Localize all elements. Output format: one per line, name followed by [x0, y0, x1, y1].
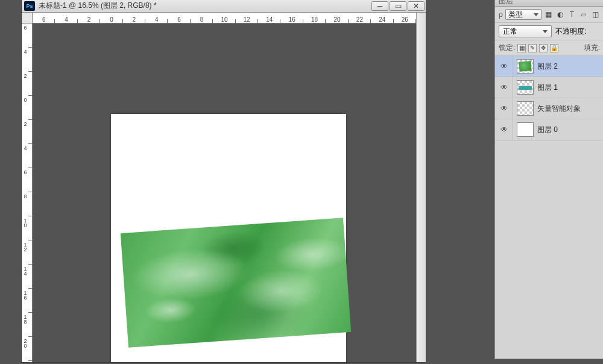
ruler-tick: 4	[145, 16, 168, 23]
fill-label: 填充:	[584, 43, 600, 53]
ruler-tick: 2	[123, 16, 145, 23]
ruler-tick: 14	[22, 265, 32, 289]
layer-filter-row: ρ 类型 ▦ ◐ T ▱ ◫	[495, 7, 603, 23]
ruler-tick: 10	[213, 16, 235, 23]
ruler-tick: 4	[22, 144, 32, 168]
lock-fill-row: 锁定: ▦ ✎ ✥ 🔒 填充:	[495, 40, 603, 56]
blend-opacity-row: 正常 不透明度:	[495, 23, 603, 40]
image-filter-icon[interactable]: ▦	[544, 10, 553, 19]
title-left: Ps 未标题-1 @ 16.5% (图层 2, RGB/8) *	[22, 1, 157, 11]
adjust-filter-icon[interactable]: ◐	[555, 10, 564, 19]
layer-row[interactable]: 👁图层 0	[495, 119, 603, 140]
chevron-down-icon	[534, 13, 538, 16]
ruler-tick: 0	[22, 96, 32, 120]
vertical-scrollbar[interactable]	[416, 13, 426, 362]
filter-type-select[interactable]: 类型	[505, 9, 541, 20]
opacity-label: 不透明度:	[555, 27, 586, 37]
layer-thumbnail	[517, 80, 534, 95]
layer-row[interactable]: 👁矢量智能对象	[495, 98, 603, 119]
ruler-tick: 18	[22, 313, 32, 337]
lock-transparent-icon[interactable]: ▦	[517, 44, 526, 52]
ruler-tick: 16	[22, 289, 32, 313]
horizontal-ruler[interactable]: 64202468101214161820222426	[33, 13, 416, 24]
ruler-tick: 2	[22, 120, 32, 144]
chevron-down-icon	[543, 30, 548, 33]
ruler-tick: 12	[22, 240, 32, 265]
vertical-ruler[interactable]: 64202468101214161820	[22, 24, 33, 362]
titlebar: Ps 未标题-1 @ 16.5% (图层 2, RGB/8) * ─ ▭ ✕	[22, 0, 426, 13]
document-title: 未标题-1 @ 16.5% (图层 2, RGB/8) *	[39, 1, 157, 11]
lock-pixel-icon[interactable]: ✎	[528, 44, 537, 52]
ruler-tick: 20	[326, 16, 348, 23]
document-window: Ps 未标题-1 @ 16.5% (图层 2, RGB/8) * ─ ▭ ✕ 6…	[21, 0, 426, 363]
blend-mode-select[interactable]: 正常	[499, 25, 552, 37]
ruler-tick: 6	[33, 16, 55, 23]
ruler-tick: 16	[280, 16, 303, 23]
layer-name: 图层 2	[537, 61, 558, 72]
layer-name: 矢量智能对象	[537, 104, 581, 114]
ruler-tick: 8	[191, 16, 213, 23]
ruler-tick: 8	[22, 192, 32, 216]
maximize-button[interactable]: ▭	[390, 1, 406, 11]
visibility-toggle-icon[interactable]: 👁	[495, 56, 513, 77]
shape-filter-icon[interactable]: ▱	[579, 10, 588, 19]
ruler-corner	[22, 13, 33, 24]
layer-row[interactable]: 👁图层 2	[495, 56, 603, 77]
layer-name: 图层 1	[537, 83, 558, 93]
visibility-toggle-icon[interactable]: 👁	[495, 119, 513, 140]
lock-position-icon[interactable]: ✥	[539, 44, 548, 52]
layer-thumbnail	[517, 122, 534, 137]
window-controls: ─ ▭ ✕	[371, 1, 426, 11]
layer-row[interactable]: 👁图层 1	[495, 77, 603, 98]
layer-name: 图层 0	[537, 125, 558, 135]
ruler-tick: 20	[22, 337, 32, 361]
type-filter-icon[interactable]: T	[567, 10, 576, 19]
ruler-tick: 6	[22, 168, 32, 192]
layer-thumbnail	[517, 101, 534, 116]
ruler-tick: 10	[22, 216, 32, 240]
layer-thumbnail	[517, 59, 534, 74]
close-button[interactable]: ✕	[408, 1, 425, 11]
lock-label: 锁定:	[499, 43, 515, 53]
panel-tab-bar: 图层	[495, 0, 603, 7]
panel-tab-layers[interactable]: 图层	[499, 0, 513, 6]
visibility-toggle-icon[interactable]: 👁	[495, 98, 513, 119]
ruler-tick: 6	[168, 16, 190, 23]
ruler-tick: 0	[100, 16, 122, 23]
ruler-tick: 12	[236, 16, 258, 23]
smart-filter-icon[interactable]: ◫	[591, 10, 600, 19]
ruler-tick: 4	[22, 48, 32, 72]
layers-panel: 图层 ρ 类型 ▦ ◐ T ▱ ◫ 正常 不透明度: 锁定: ▦ ✎ ✥ 🔒 填…	[494, 0, 603, 359]
ruler-tick: 4	[55, 16, 77, 23]
layer-content-marble	[121, 218, 351, 347]
blend-mode-value: 正常	[503, 27, 517, 37]
minimize-button[interactable]: ─	[371, 1, 388, 11]
lock-all-icon[interactable]: 🔒	[550, 44, 558, 52]
app-badge: Ps	[24, 1, 35, 11]
layer-list: 👁图层 2👁图层 1👁矢量智能对象👁图层 0	[495, 56, 603, 140]
visibility-toggle-icon[interactable]: 👁	[495, 77, 513, 98]
ruler-tick: 2	[78, 16, 100, 23]
canvas-area[interactable]	[33, 24, 416, 362]
ruler-tick: 24	[371, 16, 393, 23]
ruler-tick: 22	[349, 16, 371, 23]
ruler-tick: 6	[22, 24, 32, 48]
ruler-tick: 14	[258, 16, 280, 23]
filter-type-label: 类型	[508, 10, 523, 20]
ruler-tick: 2	[22, 72, 32, 96]
ruler-tick: 26	[394, 16, 416, 23]
ruler-tick: 18	[303, 16, 326, 23]
